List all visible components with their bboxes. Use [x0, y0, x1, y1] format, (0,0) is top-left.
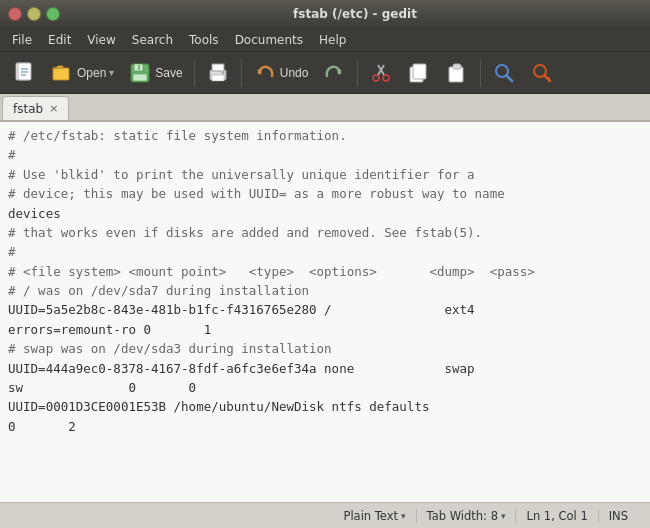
tab-width-label: Tab Width: 8 — [427, 509, 498, 523]
editor-content-line7: # — [8, 244, 16, 259]
svg-rect-21 — [413, 64, 426, 79]
editor-content-line2: # — [8, 147, 16, 162]
svg-point-13 — [221, 71, 224, 74]
editor-content-line11: errors=remount-ro 0 1 — [8, 322, 211, 337]
editor-content-line4: # device; this may be used with UUID= as… — [8, 186, 505, 201]
editor-area[interactable]: # /etc/fstab: static file system informa… — [0, 122, 650, 502]
separator-1 — [194, 59, 195, 87]
svg-point-19 — [383, 75, 389, 81]
save-icon — [128, 61, 152, 85]
replace-button[interactable] — [524, 58, 560, 88]
editor-content-line10: UUID=5a5e2b8c-843e-481b-b1fc-f4316765e28… — [8, 302, 475, 317]
title-bar: fstab (/etc) - gedit — [0, 0, 650, 28]
tab-bar: fstab × — [0, 94, 650, 122]
svg-rect-12 — [212, 75, 224, 81]
position-label: Ln 1, Col 1 — [526, 509, 587, 523]
search-icon — [492, 61, 516, 85]
mode-label: INS — [609, 509, 628, 523]
editor-content-line5: devices — [8, 206, 61, 221]
svg-rect-5 — [53, 68, 69, 80]
language-selector[interactable]: Plain Text ▾ — [333, 509, 416, 523]
undo-icon — [253, 61, 277, 85]
svg-rect-8 — [133, 74, 147, 81]
undo-button[interactable]: Undo — [247, 58, 315, 88]
replace-icon — [530, 61, 554, 85]
editor-content-line8: # <file system> <mount point> <type> <op… — [8, 264, 535, 279]
close-button[interactable] — [8, 7, 22, 21]
print-button[interactable] — [200, 58, 236, 88]
menu-view[interactable]: View — [79, 31, 123, 49]
cursor-position: Ln 1, Col 1 — [516, 509, 598, 523]
svg-line-25 — [507, 75, 513, 81]
separator-3 — [357, 59, 358, 87]
svg-rect-23 — [453, 64, 461, 69]
editor-content-line6: # that works even if disks are added and… — [8, 225, 482, 240]
open-icon — [50, 61, 74, 85]
maximize-button[interactable] — [46, 7, 60, 21]
menu-bar: File Edit View Search Tools Documents He… — [0, 28, 650, 52]
editor-content-line9: # / was on /dev/sda7 during installation — [8, 283, 309, 298]
open-button[interactable]: Open ▾ — [44, 58, 120, 88]
cut-icon — [369, 61, 393, 85]
tab-width-dropdown-arrow: ▾ — [501, 511, 506, 521]
copy-button[interactable] — [401, 58, 437, 88]
menu-documents[interactable]: Documents — [227, 31, 311, 49]
language-label: Plain Text — [343, 509, 398, 523]
toolbar: Open ▾ Save — [0, 52, 650, 94]
editor-content-line12: # swap was on /dev/sda3 during installat… — [8, 341, 332, 356]
paste-icon — [445, 61, 469, 85]
new-icon — [12, 61, 36, 85]
save-button[interactable]: Save — [122, 58, 188, 88]
separator-4 — [480, 59, 481, 87]
new-button[interactable] — [6, 58, 42, 88]
find-button[interactable] — [486, 58, 522, 88]
status-bar: Plain Text ▾ Tab Width: 8 ▾ Ln 1, Col 1 … — [0, 502, 650, 528]
window-title: fstab (/etc) - gedit — [68, 7, 642, 21]
menu-help[interactable]: Help — [311, 31, 354, 49]
language-dropdown-arrow: ▾ — [401, 511, 406, 521]
svg-point-18 — [373, 75, 379, 81]
editor-content-line16: 0 2 — [8, 419, 76, 434]
redo-button[interactable] — [316, 58, 352, 88]
menu-edit[interactable]: Edit — [40, 31, 79, 49]
menu-file[interactable]: File — [4, 31, 40, 49]
menu-search[interactable]: Search — [124, 31, 181, 49]
editor-content-line1: # /etc/fstab: static file system informa… — [8, 128, 347, 143]
tab-close-button[interactable]: × — [49, 102, 58, 115]
separator-2 — [241, 59, 242, 87]
window-controls[interactable] — [8, 7, 60, 21]
print-icon — [206, 61, 230, 85]
editor-content-line3: # Use 'blkid' to print the universally u… — [8, 167, 475, 182]
redo-icon — [322, 61, 346, 85]
editor-content-line13: UUID=444a9ec0-8378-4167-8fdf-a6fc3e6ef34… — [8, 361, 475, 376]
insert-mode: INS — [599, 509, 638, 523]
editor-tab[interactable]: fstab × — [2, 96, 69, 120]
editor-content-line15: UUID=0001D3CE0001E53B /home/ubuntu/NewDi… — [8, 399, 429, 414]
open-dropdown-arrow[interactable]: ▾ — [109, 67, 114, 78]
open-label: Open — [77, 66, 106, 80]
minimize-button[interactable] — [27, 7, 41, 21]
editor-content-line14: sw 0 0 — [8, 380, 196, 395]
menu-tools[interactable]: Tools — [181, 31, 227, 49]
copy-icon — [407, 61, 431, 85]
tab-width-selector[interactable]: Tab Width: 8 ▾ — [417, 509, 517, 523]
save-label: Save — [155, 66, 182, 80]
paste-button[interactable] — [439, 58, 475, 88]
cut-button[interactable] — [363, 58, 399, 88]
tab-label: fstab — [13, 102, 43, 116]
undo-label: Undo — [280, 66, 309, 80]
svg-rect-11 — [212, 64, 224, 71]
